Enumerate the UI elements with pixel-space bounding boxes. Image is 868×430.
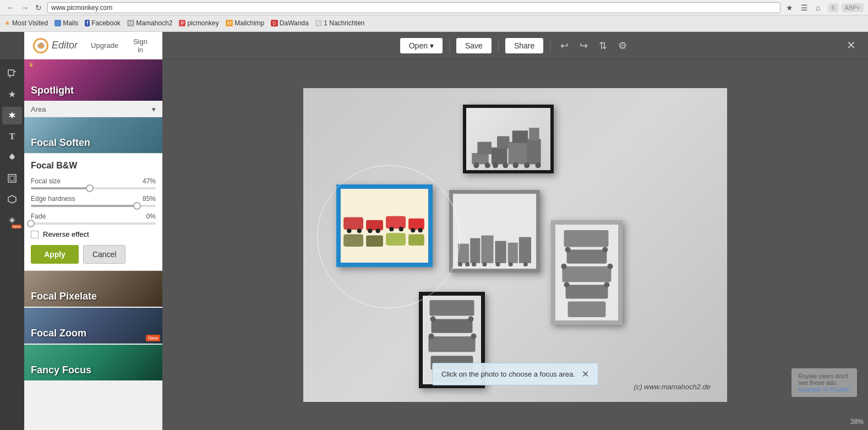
edge-hardness-control: Edge hardness 85% (31, 195, 156, 207)
text-icon: T (9, 132, 15, 141)
reverse-effect-row: Reverse effect (31, 230, 156, 238)
svg-rect-52 (564, 230, 609, 247)
logo-area: 🐵 Editor (33, 38, 78, 53)
main-area: ✕ Open ▾ Save Share ↩ ↪ ⇅ ⚙ (162, 32, 868, 430)
close-button[interactable]: ✕ (843, 36, 859, 54)
fade-thumb[interactable] (27, 220, 35, 227)
seasonal-tool[interactable]: New (2, 211, 22, 229)
logo-icon: 🐵 (33, 38, 48, 53)
toolbar-divider (449, 39, 450, 52)
frame-3-content (453, 194, 536, 269)
fancy-focus-filter[interactable]: Fancy Focus (24, 345, 162, 380)
focal-size-thumb[interactable] (86, 184, 94, 192)
signin-button[interactable]: Sign in (127, 35, 154, 56)
svg-marker-3 (9, 91, 15, 97)
fade-slider-track[interactable] (31, 222, 156, 225)
tooltip-close-button[interactable]: ✕ (582, 369, 589, 379)
svg-rect-30 (408, 234, 424, 246)
touch-up-tool[interactable] (2, 86, 22, 104)
redo-button[interactable]: ↪ (576, 37, 591, 54)
photo-canvas[interactable]: (c) www.mamahoch2.de Click on the photo … (303, 88, 727, 402)
bookmark-most-visited[interactable]: ★ Most Visited (4, 19, 48, 27)
abp-badge: ABP+ (842, 3, 864, 12)
forward-button[interactable]: → (19, 2, 31, 13)
url-input[interactable] (47, 2, 780, 13)
edge-hardness-label: Edge hardness (31, 195, 75, 203)
bookmark-picmonkey[interactable]: P picmonkey (179, 19, 219, 27)
upgrade-button[interactable]: Upgrade (86, 39, 123, 52)
focal-zoom-label: Focal Zoom (24, 323, 162, 344)
bookmark-nachrichten[interactable]: N 1 Nachrichten (315, 19, 365, 27)
reverse-effect-checkbox[interactable] (31, 231, 39, 238)
overlays-tool[interactable] (2, 149, 22, 166)
svg-marker-4 (9, 111, 16, 119)
ad-line-1: Royale users don't (798, 373, 850, 379)
focal-size-control: Focal size 47% (31, 177, 156, 189)
spotlight-filter[interactable]: ♛ Spotlight (24, 59, 162, 101)
back-button[interactable]: ← (4, 2, 17, 13)
bookmark-facebook[interactable]: f Facebook (85, 19, 121, 27)
svg-point-58 (602, 247, 608, 252)
save-button[interactable]: Save (456, 38, 492, 53)
focal-size-label-row: Focal size 47% (31, 177, 156, 185)
bookmark-dawanda[interactable]: D DaWanda (271, 19, 308, 27)
svg-rect-65 (428, 336, 475, 351)
canvas-container: (c) www.mamahoch2.de Click on the photo … (162, 59, 868, 430)
crop-tool[interactable] (2, 65, 22, 83)
svg-point-37 (411, 228, 415, 232)
share-button[interactable]: Share (505, 38, 543, 53)
edge-hardness-thumb[interactable] (133, 202, 141, 210)
textures-tool[interactable] (2, 190, 22, 208)
app-container: T New (0, 32, 868, 430)
bookmarks-bar: ★ Most Visited Mails f Facebook M Mamaho… (0, 15, 868, 31)
svg-point-20 (513, 162, 518, 168)
new-badge: New (146, 335, 160, 341)
svg-rect-55 (566, 285, 608, 298)
bookmark-mailchimp[interactable]: M Mailchimp (226, 19, 265, 27)
cancel-button[interactable]: Cancel (83, 245, 126, 264)
frames-tool[interactable] (2, 170, 22, 187)
svg-rect-40 (470, 238, 480, 263)
text-tool[interactable]: T (2, 128, 22, 145)
svg-rect-10 (492, 147, 507, 164)
bookmark-mamahoch2[interactable]: M Mamahoch2 (127, 19, 173, 27)
star-button[interactable]: ★ (784, 2, 795, 13)
apply-button[interactable]: Apply (31, 245, 79, 264)
svg-point-34 (376, 228, 380, 233)
svg-rect-9 (477, 141, 492, 154)
chevron-down-icon: ▾ (152, 105, 156, 113)
header-buttons: Upgrade Sign in (86, 35, 154, 56)
menu-button[interactable]: ☰ (799, 2, 810, 13)
undo-button[interactable]: ↩ (557, 37, 572, 54)
edge-hardness-slider-track[interactable] (31, 205, 156, 207)
bookmark-mails[interactable]: Mails (54, 19, 78, 27)
focal-soften-filter[interactable]: Focal Soften (24, 117, 162, 153)
svg-point-61 (564, 282, 570, 287)
open-button[interactable]: Open ▾ (400, 38, 443, 53)
focal-pixelate-filter[interactable]: Focal Pixelate (24, 271, 162, 307)
settings-button[interactable]: ⚙ (615, 37, 630, 54)
svg-point-60 (607, 263, 613, 269)
refresh-button[interactable]: ↻ (33, 2, 44, 13)
upgrade-royale-link[interactable]: Upgrade to Royale! (798, 386, 850, 393)
left-toolbar: T New (0, 59, 24, 430)
frame-1 (463, 105, 554, 173)
area-dropdown[interactable]: Area ▾ (24, 102, 162, 117)
fancy-focus-label: Fancy Focus (24, 360, 162, 380)
svg-point-16 (473, 162, 479, 168)
effects-tool[interactable] (2, 107, 22, 124)
zoom-percentage: 38% (850, 418, 864, 426)
focal-size-slider-track[interactable] (31, 187, 156, 189)
focal-zoom-filter[interactable]: Focal Zoom New (24, 308, 162, 344)
browser-chrome: ← → ↻ ★ ☰ ⌂ 6 ABP+ ★ Most Visited Mails … (0, 0, 868, 32)
svg-point-36 (399, 227, 403, 231)
resize-button[interactable]: ⇅ (596, 37, 610, 54)
svg-point-35 (389, 227, 394, 231)
focal-bw-panel: Focal B&W Focal size 47% Edge hardne (24, 154, 162, 271)
svg-rect-25 (386, 216, 406, 228)
svg-point-49 (496, 262, 500, 266)
svg-rect-15 (529, 128, 539, 140)
svg-point-45 (458, 262, 462, 266)
home-button[interactable]: ⌂ (814, 2, 822, 13)
mailchimp-icon: M (226, 20, 233, 26)
